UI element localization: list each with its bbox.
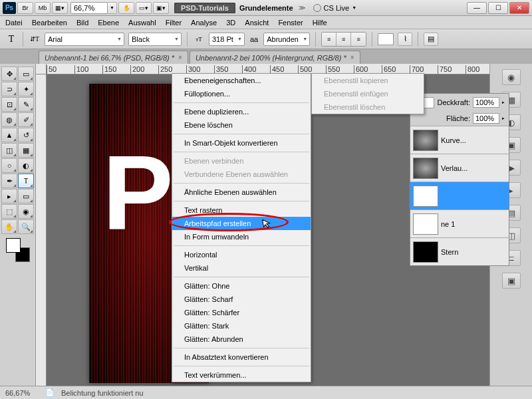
menu-analyse[interactable]: Analyse: [191, 19, 217, 27]
menu-ebene[interactable]: Ebene: [98, 19, 119, 27]
close-tab-icon[interactable]: ×: [178, 54, 182, 61]
document-tab[interactable]: Unbenannt-2 bei 100% (Hintergrund, RGB/8…: [190, 51, 360, 64]
context-menu-item[interactable]: Ebeneneigenschaften...: [172, 74, 311, 87]
type-tool[interactable]: T: [18, 174, 34, 188]
blur-tool[interactable]: ○: [1, 158, 17, 173]
cslive-button[interactable]: CS Live ▼: [313, 4, 356, 12]
context-submenu-item: Ebenenstil löschen: [312, 100, 424, 114]
close-tab-icon[interactable]: ×: [350, 54, 354, 61]
stamp-tool[interactable]: ▲: [1, 128, 17, 142]
shape-tool[interactable]: ▭: [18, 189, 34, 203]
context-menu-item[interactable]: Glätten: Stark: [172, 319, 311, 332]
text-color-swatch[interactable]: [378, 33, 394, 45]
menu-datei[interactable]: Datei: [5, 19, 23, 27]
dodge-tool[interactable]: ◐: [18, 158, 34, 173]
brush-tool[interactable]: ✐: [18, 112, 34, 127]
maximize-button[interactable]: ☐: [488, 2, 508, 14]
workspace-more-icon[interactable]: ≫: [299, 4, 305, 11]
wand-tool[interactable]: ✦: [18, 82, 34, 96]
workspace-name[interactable]: Grundelemente: [239, 4, 293, 12]
status-bar: 66,67% 📄 Belichtung funktioniert nu: [0, 386, 532, 399]
bridge-button[interactable]: Br: [17, 2, 33, 14]
path-select-tool[interactable]: ▸: [1, 189, 17, 203]
align-left-button[interactable]: ≡: [322, 33, 336, 46]
menu-filter[interactable]: Filter: [166, 19, 182, 27]
type-tool-icon: T: [5, 33, 17, 45]
opacity-input[interactable]: 100%: [473, 97, 499, 108]
context-menu-item[interactable]: Glätten: Abrunden: [172, 332, 311, 346]
gradient-tool[interactable]: ▦: [18, 143, 34, 158]
minimize-button[interactable]: —: [467, 2, 487, 14]
menu-bild[interactable]: Bild: [76, 19, 88, 27]
workspace-badge[interactable]: PSD-Tutorials: [174, 3, 235, 13]
context-menu-item[interactable]: In Form umwandeln: [172, 230, 311, 243]
context-menu-item[interactable]: Vertikal: [172, 261, 311, 275]
layer-thumbnail: [413, 158, 438, 179]
minibridge-button[interactable]: Mb: [35, 2, 51, 14]
context-menu-item[interactable]: Glätten: Schärfer: [172, 306, 311, 319]
menu-3d[interactable]: 3D: [226, 19, 235, 27]
font-size-select[interactable]: 318 Pt: [209, 33, 245, 46]
eraser-tool[interactable]: ◫: [1, 143, 17, 158]
context-menu-item[interactable]: In Smart-Objekt konvertieren: [172, 136, 311, 150]
color-panel-icon[interactable]: ◉: [502, 69, 521, 85]
3d-camera-tool[interactable]: ◉: [18, 204, 34, 219]
context-menu-item[interactable]: Ebene löschen: [172, 118, 311, 132]
hand-tool[interactable]: ✋: [1, 219, 17, 234]
screenmode-button[interactable]: ▣▾: [153, 2, 169, 14]
context-menu-item[interactable]: In Absatztext konvertieren: [172, 350, 311, 364]
layer-row[interactable]: [410, 182, 509, 209]
3d-tool[interactable]: ⬚: [1, 204, 17, 219]
character-panel-button[interactable]: ▤: [424, 33, 438, 46]
arrange-button[interactable]: ▭▾: [136, 2, 152, 14]
menu-ansicht[interactable]: Ansicht: [245, 19, 269, 27]
context-menu-item[interactable]: Text rastern: [172, 203, 311, 217]
layer-row[interactable]: Kurve...: [410, 126, 509, 154]
eyedropper-tool[interactable]: ✎: [18, 97, 34, 112]
menu-bearbeiten[interactable]: Bearbeiten: [32, 19, 67, 27]
orientation-toggle[interactable]: ⇵T: [29, 33, 41, 45]
layer-row[interactable]: Stern: [410, 237, 509, 265]
status-zoom[interactable]: 66,67%: [5, 389, 39, 397]
zoom-tool[interactable]: 🔍: [18, 219, 34, 234]
marquee-tool[interactable]: ▭: [18, 66, 34, 81]
context-menu-item[interactable]: Glätten: Ohne: [172, 279, 311, 293]
context-menu-item[interactable]: Glätten: Scharf: [172, 293, 311, 306]
font-style-select[interactable]: Black: [128, 33, 182, 46]
context-menu-item[interactable]: Text verkrümmen...: [172, 368, 311, 382]
foreground-color[interactable]: [6, 238, 21, 253]
context-menu-item[interactable]: Fülloptionen...: [172, 87, 311, 100]
context-menu-item[interactable]: Ebene duplizieren...: [172, 105, 311, 118]
lasso-tool[interactable]: ⊃: [1, 82, 17, 96]
layer-row[interactable]: ne 1: [410, 209, 509, 237]
options-bar: T ⇵T Arial Black тT 318 Pt aa Abrunden ≡…: [0, 29, 532, 49]
view-extras-button[interactable]: ▦▾: [52, 2, 68, 14]
antialias-select[interactable]: Abrunden: [263, 33, 310, 46]
warp-text-button[interactable]: ⌇: [398, 33, 412, 46]
context-menu-item[interactable]: Ähnliche Ebenen auswählen: [172, 186, 311, 199]
align-right-button[interactable]: ≡: [351, 33, 366, 46]
zoom-dropdown[interactable]: ▼: [108, 2, 117, 14]
layers-panel-icon[interactable]: ▣: [502, 273, 521, 289]
context-menu-item[interactable]: Arbeitspfad erstellen: [172, 217, 311, 230]
document-tab[interactable]: Unbenannt-1 bei 66,7% (PSD, RGB/8) *×: [39, 51, 188, 64]
context-menu-item[interactable]: Horizontal: [172, 248, 311, 261]
layer-row[interactable]: Verlau...: [410, 154, 509, 182]
hand-button[interactable]: ✋: [118, 2, 134, 14]
menu-auswahl[interactable]: Auswahl: [128, 19, 156, 27]
crop-tool[interactable]: ⊡: [1, 97, 17, 112]
move-tool[interactable]: ✥: [1, 66, 17, 81]
menu-hilfe[interactable]: Hilfe: [313, 19, 327, 27]
menu-fenster[interactable]: Fenster: [278, 19, 303, 27]
heal-tool[interactable]: ◍: [1, 112, 17, 127]
ruler-origin[interactable]: [36, 64, 47, 74]
align-center-button[interactable]: ≡: [336, 33, 351, 46]
font-family-select[interactable]: Arial: [45, 33, 124, 46]
pen-tool[interactable]: ✒: [1, 174, 17, 188]
ruler-vertical[interactable]: [36, 74, 47, 386]
history-brush-tool[interactable]: ↺: [18, 128, 34, 142]
zoom-level[interactable]: 66,7%: [70, 2, 108, 14]
color-swatches[interactable]: [6, 238, 30, 262]
close-button[interactable]: ✕: [509, 2, 529, 14]
fill-input[interactable]: 100%: [473, 113, 499, 124]
